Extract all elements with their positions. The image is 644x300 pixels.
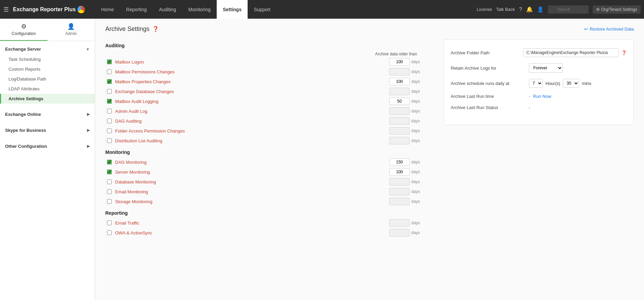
- mailbox-audit-logging-label[interactable]: Mailbox Audit Logging: [115, 99, 389, 104]
- sidebar-item-log-database-path[interactable]: Log/Database Path: [0, 74, 95, 84]
- distribution-list-checkbox[interactable]: [107, 138, 112, 143]
- mailbox-logon-days-input[interactable]: [389, 58, 410, 66]
- skype-header[interactable]: Skype for Business ▶: [0, 125, 95, 136]
- exchange-db-label[interactable]: Exchange Database Changes: [115, 89, 389, 94]
- exchange-db-days-input[interactable]: [389, 88, 410, 95]
- dag-auditing-checkbox[interactable]: [107, 119, 112, 123]
- mailbox-permissions-days-input[interactable]: [389, 68, 410, 75]
- nav-settings[interactable]: Settings: [217, 0, 248, 19]
- distribution-list-days-wrap: days: [389, 137, 430, 144]
- storage-monitoring-label[interactable]: Storage Monitoring: [115, 199, 389, 204]
- page-help-icon[interactable]: ❓: [152, 26, 159, 32]
- nav-reporting[interactable]: Reporting: [120, 0, 153, 19]
- mailbox-logon-checkbox[interactable]: [107, 59, 112, 64]
- nav-home[interactable]: Home: [95, 0, 120, 19]
- days-label-r0: days: [411, 220, 420, 225]
- admin-audit-log-checkbox[interactable]: [107, 109, 112, 113]
- table-row: Mailbox Properties Changes days: [105, 78, 430, 85]
- schedule-value-wrap: 7 Hour(s) 30 mins: [529, 79, 591, 88]
- days-label-2: days: [411, 79, 420, 84]
- dag-monitoring-label[interactable]: DAG Monitoring: [115, 160, 389, 165]
- email-traffic-label[interactable]: Email Traffic: [115, 220, 389, 226]
- top-nav: ☰ Exchange Reporter Plus Home Reporting …: [0, 0, 644, 19]
- nav-items: Home Reporting Auditing Monitoring Setti…: [95, 0, 477, 19]
- org-tenant-button[interactable]: ⚙ Org/Tenant Settings: [593, 5, 641, 14]
- dag-monitoring-days-input[interactable]: [389, 158, 410, 166]
- sidebar-tab-admin[interactable]: 👤 Admin: [48, 19, 95, 41]
- mailbox-logon-label[interactable]: Mailbox Logon: [115, 59, 389, 65]
- folder-path-input[interactable]: [523, 48, 619, 57]
- owa-activesync-label[interactable]: OWA & ActiveSync: [115, 230, 389, 235]
- dag-auditing-label[interactable]: DAG Auditing: [115, 119, 389, 124]
- nav-monitoring[interactable]: Monitoring: [182, 0, 217, 19]
- owa-activesync-days-input[interactable]: [389, 229, 410, 236]
- sidebar-item-ldap-attributes[interactable]: LDAP Attributes: [0, 84, 95, 94]
- dag-monitoring-checkbox[interactable]: [107, 160, 112, 164]
- schedule-hour-select[interactable]: 7: [529, 79, 543, 88]
- days-label-1: days: [411, 69, 420, 74]
- email-monitoring-days-input[interactable]: [389, 188, 410, 195]
- sidebar-tab-configuration[interactable]: ⚙ Configuration: [0, 19, 48, 41]
- sidebar: ⚙ Configuration 👤 Admin Exchange Server …: [0, 19, 95, 300]
- folder-access-checkbox[interactable]: [107, 128, 112, 133]
- email-monitoring-label[interactable]: Email Monitoring: [115, 189, 389, 194]
- folder-path-help-icon[interactable]: ❓: [621, 50, 627, 55]
- email-traffic-checkbox[interactable]: [107, 220, 112, 225]
- mailbox-permissions-label[interactable]: Mailbox Permissions Changes: [115, 69, 389, 74]
- distribution-list-label[interactable]: Distribution List Auditing: [115, 138, 389, 143]
- search-input[interactable]: [548, 5, 589, 14]
- help-icon[interactable]: ?: [519, 6, 522, 13]
- sidebar-section-skype: Skype for Business ▶: [0, 122, 95, 138]
- table-row: DAG Monitoring days: [105, 158, 430, 166]
- folder-path-label: Archive Folder Path: [451, 50, 520, 55]
- hamburger-icon[interactable]: ☰: [3, 6, 9, 13]
- sidebar-item-archive-settings[interactable]: Archive Settings: [0, 94, 95, 104]
- dag-auditing-days-input[interactable]: [389, 117, 410, 125]
- nav-auditing[interactable]: Auditing: [153, 0, 182, 19]
- exchange-online-header[interactable]: Exchange Online ▶: [0, 109, 95, 120]
- user-icon[interactable]: 👤: [537, 6, 544, 13]
- database-monitoring-label[interactable]: Database Monitoring: [115, 179, 389, 184]
- search-wrap: 🔍: [548, 5, 589, 14]
- email-monitoring-checkbox[interactable]: [107, 189, 112, 194]
- sidebar-section-exchange-server: Exchange Server ▼ Task Scheduling Custom…: [0, 41, 95, 106]
- mailbox-properties-label[interactable]: Mailbox Properties Changes: [115, 79, 389, 84]
- other-config-header[interactable]: Other Configuration ▶: [0, 141, 95, 152]
- server-monitoring-checkbox[interactable]: [107, 170, 112, 174]
- retain-logs-select[interactable]: Forever 1 Year 2 Years 3 Years: [529, 63, 563, 73]
- sidebar-section-other-config: Other Configuration ▶: [0, 138, 95, 154]
- folder-access-days-wrap: days: [389, 127, 430, 135]
- nav-right: License Talk Back ? 🔔 👤 🔍 ⚙ Org/Tenant S…: [477, 5, 641, 14]
- folder-access-label[interactable]: Folder Access Permission Changes: [115, 128, 389, 134]
- days-label-7: days: [411, 128, 420, 133]
- database-monitoring-checkbox[interactable]: [107, 179, 112, 184]
- mailbox-properties-days-input[interactable]: [389, 78, 410, 85]
- server-monitoring-days-input[interactable]: [389, 168, 410, 176]
- exchange-server-header[interactable]: Exchange Server ▼: [0, 44, 95, 54]
- folder-path-value-wrap: ❓: [523, 48, 627, 57]
- folder-access-days-input[interactable]: [389, 127, 410, 135]
- exchange-db-checkbox[interactable]: [107, 89, 112, 94]
- admin-audit-log-days-input[interactable]: [389, 107, 410, 115]
- nav-support[interactable]: Support: [248, 0, 276, 19]
- restore-archived-data-link[interactable]: ↩ Restore Archived Data: [584, 27, 634, 32]
- run-now-link[interactable]: Run Now: [533, 94, 551, 99]
- mailbox-audit-logging-days-input[interactable]: [389, 98, 410, 105]
- schedule-min-select[interactable]: 30: [563, 79, 579, 88]
- talkback-link[interactable]: Talk Back: [496, 7, 515, 12]
- owa-activesync-checkbox[interactable]: [107, 230, 112, 235]
- bell-icon[interactable]: 🔔: [526, 6, 533, 13]
- email-traffic-days-input[interactable]: [389, 219, 410, 227]
- storage-monitoring-checkbox[interactable]: [107, 199, 112, 204]
- sidebar-item-custom-reports[interactable]: Custom Reports: [0, 64, 95, 74]
- database-monitoring-days-input[interactable]: [389, 178, 410, 186]
- mailbox-audit-logging-checkbox[interactable]: [107, 99, 112, 104]
- server-monitoring-label[interactable]: Server Monitoring: [115, 170, 389, 175]
- mailbox-properties-checkbox[interactable]: [107, 79, 112, 84]
- sidebar-item-task-scheduling[interactable]: Task Scheduling: [0, 54, 95, 64]
- admin-audit-log-label[interactable]: Admin Audit Log: [115, 109, 389, 114]
- storage-monitoring-days-input[interactable]: [389, 198, 410, 205]
- distribution-list-days-input[interactable]: [389, 137, 410, 144]
- mailbox-permissions-checkbox[interactable]: [107, 69, 112, 74]
- license-link[interactable]: License: [477, 7, 492, 12]
